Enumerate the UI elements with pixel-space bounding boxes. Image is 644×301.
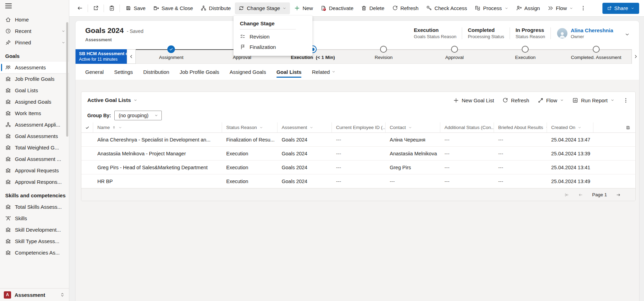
- sidebar-item-home[interactable]: Home: [0, 14, 69, 25]
- sidebar-item-assessments[interactable]: Assessments: [0, 62, 69, 73]
- sidebar-item-approval-requests[interactable]: Approval Requests: [0, 165, 69, 176]
- column-header-name[interactable]: Name: [93, 122, 222, 132]
- tab-assigned-goals[interactable]: Assigned Goals: [230, 64, 266, 80]
- share-button[interactable]: Share: [602, 3, 639, 14]
- bpf-stage-assignment[interactable]: Assignment: [136, 50, 206, 63]
- assign-button[interactable]: Assign: [513, 2, 544, 14]
- flow-button[interactable]: Flow: [544, 2, 577, 14]
- sidebar-item-assessment-applications[interactable]: Assessment Appli...: [0, 119, 69, 130]
- new-goal-list-button[interactable]: New Goal List: [449, 94, 498, 106]
- bpf-process-box[interactable]: SB HCM Assessment of ... Active for 11 m…: [76, 49, 127, 64]
- sidebar-item-label: Assessment Appli...: [15, 122, 60, 128]
- sidebar-item-total-weighted[interactable]: Total Weighted G...: [0, 142, 69, 153]
- previous-page-button[interactable]: [578, 192, 583, 197]
- bpf-stage-completed[interactable]: Completed. Assessment: [561, 50, 632, 63]
- run-report-button[interactable]: Run Report: [568, 94, 618, 106]
- deactivate-button[interactable]: Deactivate: [317, 2, 357, 14]
- sidebar-item-label: Job Profile Goals: [15, 76, 54, 82]
- row-checkbox[interactable]: [81, 161, 93, 174]
- tab-related[interactable]: Related: [312, 64, 336, 80]
- flow-icon: [548, 5, 554, 11]
- refresh-button[interactable]: Refresh: [389, 2, 422, 14]
- open-record-set-button[interactable]: [90, 2, 102, 14]
- table-row[interactable]: Greg Pirs - Head of Sales&Marketing Depa…: [81, 161, 635, 174]
- select-all-checkbox[interactable]: [81, 122, 93, 132]
- tab-settings[interactable]: Settings: [114, 64, 133, 80]
- column-header-assessment[interactable]: Assessment: [277, 122, 332, 132]
- save-button[interactable]: Save: [122, 2, 149, 14]
- owner-name[interactable]: Alina Chereshnia: [571, 27, 613, 33]
- sidebar-item-goal-assessments[interactable]: Goal Assessments: [0, 130, 69, 142]
- cell-name[interactable]: Greg Pirs - Head of Sales&Marketing Depa…: [93, 161, 222, 174]
- new-button[interactable]: New: [291, 2, 316, 14]
- first-page-button[interactable]: [564, 192, 569, 197]
- sidebar-item-goal-lists[interactable]: Goal Lists: [0, 85, 69, 96]
- sidebar-item-recent[interactable]: Recent: [0, 25, 69, 37]
- hamburger-menu-icon[interactable]: [0, 0, 15, 12]
- tab-job-profile-goals[interactable]: Job Profile Goals: [180, 64, 219, 80]
- bpf-stage-execution-2[interactable]: Execution: [490, 50, 561, 63]
- row-checkbox[interactable]: [81, 174, 93, 188]
- row-checkbox[interactable]: [81, 133, 93, 146]
- sidebar-item-skill-type[interactable]: Skill Type Assess...: [0, 235, 69, 247]
- check-access-button[interactable]: Check Access: [423, 2, 470, 14]
- bpf-stage-revision[interactable]: Revision: [348, 50, 419, 63]
- sidebar-item-skills[interactable]: Skills: [0, 213, 69, 224]
- group-by-select[interactable]: (no grouping): [114, 111, 161, 120]
- grid-flow-button[interactable]: Flow: [534, 94, 568, 106]
- sidebar-item-job-profile-goals[interactable]: Job Profile Goals: [0, 73, 69, 85]
- cell-name[interactable]: Anastasiia Melnikova - Project Manager: [93, 147, 222, 160]
- column-header-current-employee-id[interactable]: Current Employee ID (...: [332, 122, 386, 132]
- sidebar-item-goal-assessment[interactable]: Goal Assessment ...: [0, 153, 69, 165]
- sidebar-item-approval-responses[interactable]: Approval Respons...: [0, 176, 69, 188]
- sidebar-item-assigned-goals[interactable]: Assigned Goals: [0, 96, 69, 108]
- bpf-stage-approval-2[interactable]: Approval: [419, 50, 490, 63]
- column-header-status-reason[interactable]: Status Reason: [222, 122, 277, 132]
- process-button[interactable]: Process: [471, 2, 512, 14]
- tab-goal-lists[interactable]: Goal Lists: [276, 64, 302, 80]
- grid-refresh-button[interactable]: Refresh: [499, 94, 533, 106]
- bpf-next-button[interactable]: [632, 49, 639, 64]
- more-dots-icon: [623, 97, 629, 103]
- change-stage-button[interactable]: Change Stage Change Stage Revision Final…: [235, 2, 290, 14]
- menu-item-finalization[interactable]: Finalization: [233, 42, 312, 52]
- table-row[interactable]: Alina Chereshnya - Specialist in Develop…: [81, 133, 635, 147]
- column-header-additional-status[interactable]: Additional Status (Con...: [440, 122, 494, 132]
- view-selector[interactable]: Active Goal Lists: [87, 97, 138, 103]
- column-header-contact[interactable]: Contact: [386, 122, 440, 132]
- sidebar-item-competencies[interactable]: Competencies As...: [0, 247, 69, 258]
- cell-name[interactable]: Alina Chereshnya - Specialist in Develop…: [93, 133, 222, 146]
- tab-distribution[interactable]: Distribution: [143, 64, 169, 80]
- connector-icon: [538, 97, 544, 103]
- table-row[interactable]: Anastasiia Melnikova - Project Manager E…: [81, 147, 635, 161]
- row-checkbox[interactable]: [81, 147, 93, 160]
- more-commands-button[interactable]: [577, 2, 589, 14]
- save-and-close-button[interactable]: Save & Close: [150, 2, 196, 14]
- column-options[interactable]: [593, 122, 635, 132]
- distribute-button[interactable]: Distribute: [197, 2, 234, 14]
- tab-general[interactable]: General: [85, 64, 104, 80]
- sidebar-item-work-items[interactable]: Work Items: [0, 108, 69, 119]
- sidebar-item-skill-development[interactable]: Skill Development...: [0, 224, 69, 235]
- grid-more-button[interactable]: [619, 94, 633, 106]
- bpf-collapse-button[interactable]: [127, 49, 136, 64]
- sidebar-scrollbar[interactable]: [66, 22, 68, 137]
- sidebar-item-total-skills[interactable]: Total Skills Assess...: [0, 201, 69, 213]
- back-button[interactable]: [74, 2, 86, 14]
- header-collapse-chevron-icon[interactable]: [624, 32, 630, 37]
- home-icon: [5, 17, 11, 23]
- sidebar-item-pinned[interactable]: Pinned: [0, 37, 69, 48]
- chevron-down-icon: [61, 29, 65, 33]
- sidebar-item-label: Pinned: [15, 40, 31, 45]
- column-header-created-on[interactable]: Created On: [547, 122, 593, 132]
- owner-field[interactable]: Alina Chereshnia Owner: [551, 27, 617, 39]
- area-switcher[interactable]: A Assessment: [0, 288, 69, 301]
- menu-item-revision[interactable]: Revision: [233, 32, 312, 42]
- cell-name[interactable]: HR BP: [93, 174, 222, 188]
- column-header-briefed-about-results[interactable]: Briefed About Results: [494, 122, 547, 132]
- delete-button[interactable]: Delete: [358, 2, 388, 14]
- table-row[interactable]: HR BP Execution Goals 2024 --- --- --- -…: [81, 174, 635, 188]
- show-as-button[interactable]: [106, 2, 117, 14]
- next-page-button[interactable]: [616, 192, 621, 197]
- clipboard-check-icon: [109, 5, 115, 11]
